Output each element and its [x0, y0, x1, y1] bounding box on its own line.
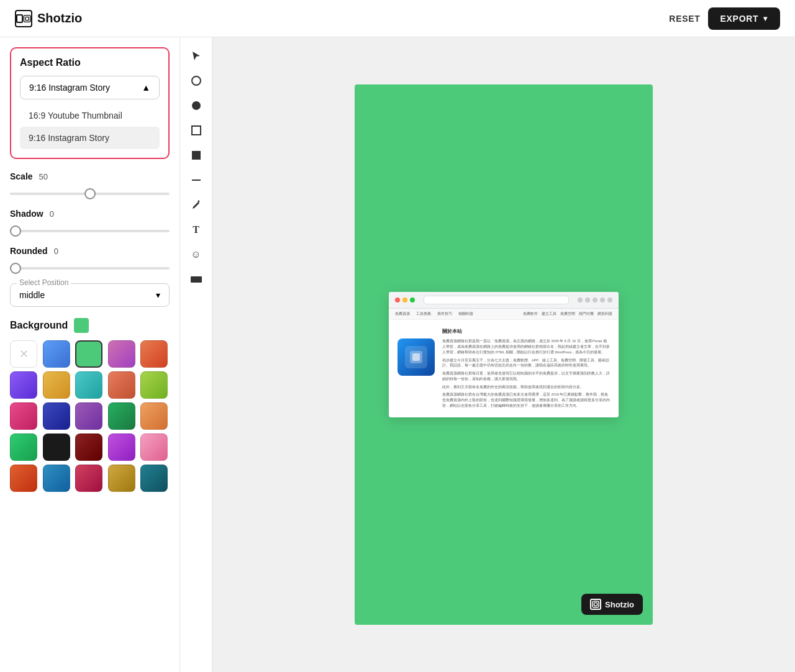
content-para-2: 初步建立今月至百萬五千，分為七大主題：免費軟體、APP、線上工具、免費空間、開發…: [442, 358, 610, 369]
position-section: Select Position middle ▾: [10, 283, 170, 307]
reset-button[interactable]: RESET: [669, 14, 700, 24]
left-panel: Aspect Ratio 9:16 Instagram Story ▲ 16:9…: [0, 37, 180, 672]
color-skyblue[interactable]: [43, 465, 70, 492]
main-layout: Aspect Ratio 9:16 Instagram Story ▲ 16:9…: [0, 37, 795, 672]
color-green[interactable]: [75, 340, 102, 368]
color-peach[interactable]: [140, 402, 168, 430]
svg-rect-9: [412, 353, 420, 361]
svg-point-2: [192, 76, 201, 85]
content-heading: 關於本站: [442, 329, 610, 335]
watermark-text: Shotzio: [605, 600, 634, 609]
nav-actions: 免費軟件 建立工具 免費空間 熱門付費 網頁利器: [523, 311, 612, 317]
content-para-5: 免費資源網路社群在台灣最大的免費資源已有多次使用選擇，這至 2018 年已累積點…: [442, 392, 610, 408]
color-purple[interactable]: [10, 371, 37, 399]
color-crimson[interactable]: [75, 465, 102, 492]
text-tool[interactable]: T: [185, 219, 207, 241]
background-swatch[interactable]: [74, 318, 89, 333]
rect-filled-tool[interactable]: [185, 144, 207, 166]
canvas-area: T ☺: [180, 37, 795, 672]
color-redorange[interactable]: [10, 465, 37, 492]
browser-navbar: 免費資源 工具推薦 插件技巧 相關利器 免費軟件 建立工具 免費空間 熱門付費 …: [389, 309, 619, 320]
color-lightpink[interactable]: [140, 434, 168, 461]
export-button[interactable]: EXPORT ▾: [708, 7, 780, 30]
color-violet[interactable]: [75, 402, 102, 430]
color-darkred[interactable]: [75, 434, 102, 461]
site-logo: [398, 338, 435, 376]
color-black[interactable]: [43, 434, 70, 461]
color-salmon[interactable]: [108, 371, 135, 399]
nav-item-3: 插件技巧: [437, 311, 452, 317]
browser-chrome: [389, 292, 619, 309]
browser-controls: [578, 297, 612, 302]
color-transparent[interactable]: ✕: [10, 340, 37, 368]
color-blue[interactable]: [43, 340, 70, 368]
minimize-dot: [402, 297, 407, 302]
rounded-value: 0: [54, 247, 58, 256]
rounded-section: Rounded 0: [10, 246, 170, 272]
color-grid: ✕: [10, 340, 170, 492]
browser-dots: [395, 297, 415, 302]
image-tool[interactable]: [185, 268, 207, 291]
shadow-label: Shadow 0: [10, 209, 170, 219]
scale-value: 50: [39, 172, 48, 181]
aspect-ratio-title: Aspect Ratio: [20, 57, 160, 68]
option-16-9[interactable]: 16:9 Youtube Thumbnail: [20, 104, 160, 127]
screenshot-card: 免費資源 工具推薦 插件技巧 相關利器 免費軟件 建立工具 免費空間 熱門付費 …: [389, 292, 619, 417]
shadow-slider[interactable]: [10, 230, 170, 232]
svg-rect-11: [594, 603, 597, 606]
color-pink[interactable]: [108, 340, 135, 368]
content-main: 關於本站 免費資源網路社群是我一直以「免費資源」為主題的網路，成立於 2005 …: [398, 329, 610, 409]
color-golden[interactable]: [108, 465, 135, 492]
toolbar: T ☺: [180, 37, 212, 672]
header: Shotzio RESET EXPORT ▾: [0, 0, 795, 37]
color-lime[interactable]: [140, 371, 168, 399]
shadow-section: Shadow 0: [10, 209, 170, 235]
svg-point-3: [192, 101, 201, 110]
rounded-label: Rounded 0: [10, 246, 170, 256]
color-forest[interactable]: [108, 402, 135, 430]
color-hotpink[interactable]: [10, 402, 37, 430]
svg-rect-1: [25, 17, 29, 20]
color-magenta[interactable]: [108, 434, 135, 461]
emoji-tool[interactable]: ☺: [185, 243, 207, 266]
scale-slider[interactable]: [10, 193, 170, 195]
logo-icon: [15, 10, 32, 27]
color-orange[interactable]: [140, 340, 168, 368]
circle-filled-tool[interactable]: [185, 94, 207, 117]
position-dropdown[interactable]: middle ▾: [19, 290, 160, 300]
color-teal[interactable]: [75, 371, 102, 399]
aspect-ratio-dropdown[interactable]: 9:16 Instagram Story ▲: [20, 76, 160, 99]
maximize-dot: [410, 297, 415, 302]
close-dot: [395, 297, 400, 302]
option-9-16[interactable]: 9:16 Instagram Story: [20, 127, 160, 149]
line-tool[interactable]: [185, 169, 207, 191]
color-mint[interactable]: [10, 434, 37, 461]
dropdown-options: 16:9 Youtube Thumbnail 9:16 Instagram St…: [20, 104, 160, 149]
circle-outline-tool[interactable]: [185, 70, 207, 92]
position-chevron-icon: ▾: [156, 290, 160, 300]
logo-text: Shotzio: [37, 11, 82, 25]
pen-tool[interactable]: [185, 194, 207, 216]
color-teal-dark[interactable]: [140, 465, 168, 492]
shadow-value: 0: [50, 209, 54, 219]
chevron-up-icon: ▲: [142, 83, 150, 93]
color-yellow[interactable]: [43, 371, 70, 399]
color-indigo[interactable]: [43, 402, 70, 430]
background-label: Background: [10, 318, 170, 333]
background-section: Background ✕: [10, 318, 170, 492]
canvas-background: 免費資源 工具推薦 插件技巧 相關利器 免費軟件 建立工具 免費空間 熱門付費 …: [355, 84, 653, 625]
position-value: middle: [19, 290, 45, 300]
content-para-4: 此外，看到又天朝有名免費的作全的兩項技能，幫助使用者找到適合的初班內容分多。: [442, 384, 610, 390]
nav-item-2: 工具推薦: [416, 311, 431, 317]
rect-outline-tool[interactable]: [185, 119, 207, 142]
content-para-3: 免費資源網路社群每日更，使用者也發現它以相知識的水平的免費提供，以文字摘要識別的…: [442, 371, 610, 382]
aspect-ratio-section: Aspect Ratio 9:16 Instagram Story ▲ 16:9…: [10, 47, 170, 159]
cursor-tool[interactable]: [185, 45, 207, 67]
export-label: EXPORT: [720, 14, 759, 24]
svg-rect-10: [593, 601, 599, 607]
position-label: Select Position: [17, 278, 71, 287]
rounded-slider[interactable]: [10, 267, 170, 270]
nav-item-1: 免費資源: [395, 311, 410, 317]
svg-rect-0: [24, 15, 30, 22]
chevron-down-icon: ▾: [763, 14, 768, 23]
